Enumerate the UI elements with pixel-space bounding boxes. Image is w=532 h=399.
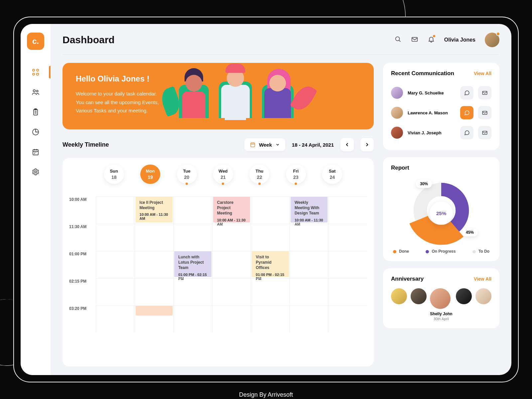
right-column: Recent Communication View All Mary G. Sc… [383, 63, 499, 366]
event-title: Weekly Meeting With Design Team [295, 200, 324, 216]
day-pill[interactable]: Thu22 [249, 165, 269, 184]
nav-people[interactable] [31, 87, 41, 97]
day-column: Ice II Project Meeting10:00 AM - 11:30 A… [135, 197, 174, 333]
search-icon [394, 36, 402, 43]
svg-rect-14 [482, 111, 487, 115]
day-pill[interactable]: Wed21 [213, 165, 233, 184]
calendar-event[interactable]: Weekly Meeting With Design Team10:00 AM … [291, 197, 328, 222]
report-tag-progress: 45% [462, 228, 478, 236]
clipboard-icon [32, 108, 40, 116]
content-body: Hello Olivia Jones ! Welcome to your dai… [63, 63, 499, 366]
nav-calendar[interactable] [31, 147, 41, 157]
contact-name: Mary G. Schuelke [408, 90, 456, 95]
mail-button[interactable] [478, 106, 491, 119]
anniversary-person[interactable] [411, 288, 427, 304]
calendar-event[interactable]: Lunch with Lotus Project Team01:00 PM - … [174, 251, 211, 277]
chevron-right-icon [364, 142, 370, 148]
day-number: 21 [213, 175, 233, 180]
report-legend: Done On Progress To Do [391, 249, 491, 254]
chat-icon [464, 130, 470, 136]
sidebar: c. [21, 24, 51, 375]
svg-rect-12 [251, 143, 255, 147]
anniversary-person[interactable] [391, 288, 407, 304]
day-number: 20 [177, 175, 197, 180]
day-pill[interactable]: Sun18 [104, 165, 124, 184]
day-number: 19 [140, 175, 160, 180]
mail-button[interactable] [478, 126, 491, 139]
mail-icon [411, 36, 418, 43]
calendar-event[interactable]: Carstore Project Meeting10:00 AM - 11:30… [213, 197, 250, 222]
hero-description: Welcome to your daily task calendar. You… [76, 89, 159, 115]
app-screen: c. Dashboard [21, 24, 511, 375]
people-icon [32, 88, 40, 96]
nav-dashboard[interactable] [31, 67, 41, 77]
mail-button[interactable] [411, 36, 418, 44]
day-name: Sat [322, 169, 342, 174]
timeline-toolbar: Weekly Timeline Week 18 - 24 April, 2021 [63, 138, 374, 151]
timeline-title: Weekly Timeline [63, 141, 109, 148]
day-name: Sun [104, 169, 124, 174]
chat-button[interactable] [460, 126, 473, 139]
design-credit: Design By Arrivesoft [14, 391, 518, 398]
date-range: 18 - 24 April, 2021 [292, 142, 334, 148]
svg-rect-13 [482, 91, 487, 95]
day-name: Mon [140, 169, 160, 174]
search-button[interactable] [394, 36, 402, 44]
svg-rect-15 [482, 131, 487, 135]
event-time: 10:00 AM - 11:30 AM [140, 212, 169, 220]
nav-reports[interactable] [31, 127, 41, 137]
calendar-event[interactable] [136, 306, 173, 316]
mail-icon [482, 130, 488, 136]
day-column: Lunch with Lotus Project Team01:00 PM - … [173, 197, 212, 333]
next-week-button[interactable] [360, 138, 374, 151]
communication-title: Recent Communication [391, 70, 454, 77]
event-dot [186, 183, 188, 185]
hero-greeting: Hello Olivia Jones ! [76, 74, 159, 83]
anniversary-viewall[interactable]: View All [474, 276, 491, 282]
contact-avatar[interactable] [391, 127, 403, 139]
topbar-actions: Olivia Jones [394, 33, 499, 47]
svg-point-5 [36, 90, 38, 92]
hero-banner: Hello Olivia Jones ! Welcome to your dai… [63, 63, 374, 129]
communication-row: Lawrence A. Mason [391, 103, 491, 123]
svg-point-1 [37, 69, 39, 71]
chat-button[interactable] [460, 86, 473, 99]
svg-point-2 [33, 73, 35, 75]
chat-icon [464, 110, 470, 116]
time-label: 02:15 PM [69, 278, 96, 306]
time-label: 03:20 PM [69, 306, 96, 333]
nav-settings[interactable] [31, 167, 41, 177]
day-pill[interactable]: Fri23 [286, 165, 306, 184]
day-pill[interactable]: Tue20 [177, 165, 197, 184]
day-pill[interactable]: Mon19 [140, 165, 160, 184]
prev-week-button[interactable] [340, 138, 354, 151]
anniversary-person[interactable] [475, 288, 491, 304]
view-mode-select[interactable]: Week [244, 138, 285, 151]
communication-viewall[interactable]: View All [474, 71, 491, 76]
calendar-columns: Ice II Project Meeting10:00 AM - 11:30 A… [96, 197, 367, 333]
day-pill[interactable]: Sat24 [322, 165, 342, 184]
user-name: Olivia Jones [444, 37, 475, 43]
report-center-value: 25% [430, 201, 453, 225]
chat-button[interactable] [460, 106, 473, 119]
calendar-event[interactable]: Ice II Project Meeting10:00 AM - 11:30 A… [136, 197, 173, 222]
user-avatar[interactable] [485, 33, 499, 47]
mail-icon [482, 90, 488, 96]
calendar-event[interactable]: Visit to Pyramid Offices01:00 PM - 02:15… [252, 251, 289, 277]
day-column: Visit to Pyramid Offices01:00 PM - 02:15… [251, 197, 290, 333]
grid-icon [32, 68, 40, 76]
notifications-button[interactable] [428, 36, 435, 44]
hero-text: Hello Olivia Jones ! Welcome to your dai… [76, 74, 159, 118]
nav-list [21, 67, 51, 177]
anniversary-person-featured[interactable]: Shelly John 30th April [430, 288, 452, 321]
day-number: 24 [322, 175, 342, 180]
day-column: Carstore Project Meeting10:00 AM - 11:30… [212, 197, 251, 333]
brand-logo[interactable]: c. [27, 33, 44, 50]
day-header-row: Sun18Mon19Tue20Wed21Thu22Fri23Sat24 [69, 165, 367, 188]
svg-point-10 [395, 37, 399, 41]
nav-tasks[interactable] [31, 107, 41, 117]
contact-avatar[interactable] [391, 87, 403, 99]
mail-button[interactable] [478, 86, 491, 99]
contact-avatar[interactable] [391, 107, 403, 119]
anniversary-person[interactable] [456, 288, 472, 304]
